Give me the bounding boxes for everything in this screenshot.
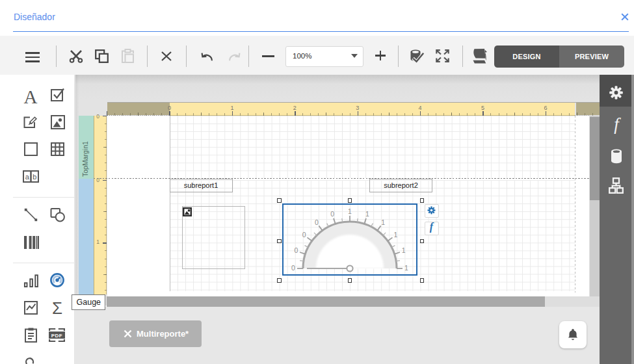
svg-text:b: b xyxy=(33,173,36,181)
svg-text:PDF: PDF xyxy=(51,333,63,339)
svg-text:a: a xyxy=(25,173,30,181)
